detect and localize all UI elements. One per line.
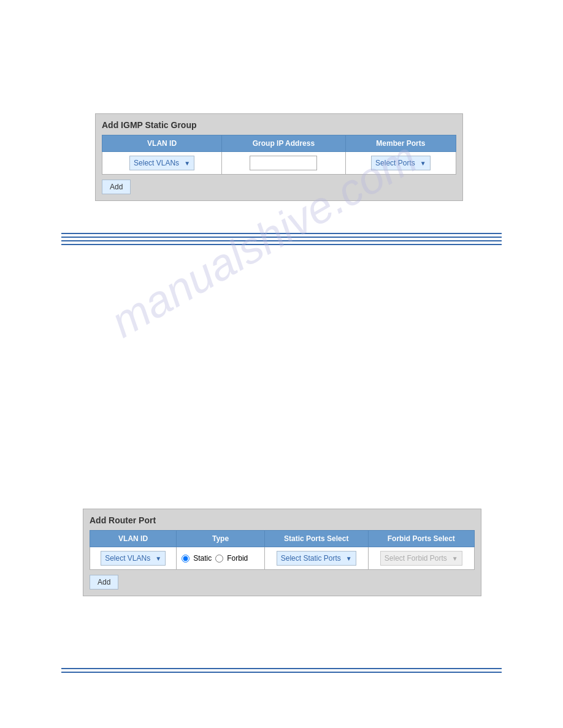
igmp-memberports-dropdown-arrow: ▼ [420, 160, 426, 167]
router-type-forbid-label: Forbid [227, 554, 248, 563]
router-forbidports-cell: Select Forbid Ports ▼ [368, 547, 474, 570]
igmp-memberports-cell: Select Ports ▼ [345, 152, 456, 175]
router-col-vlanid: VLAN ID [90, 531, 177, 547]
router-staticports-select-label: Select Static Ports [281, 554, 341, 563]
divider-line-6 [61, 672, 502, 673]
igmp-col-vlanid: VLAN ID [102, 135, 222, 152]
igmp-vlan-dropdown-arrow: ▼ [184, 160, 190, 167]
router-form-row: Select VLANs ▼ Static Forbid [90, 547, 475, 570]
router-col-forbidports: Forbid Ports Select [368, 531, 474, 547]
igmp-groupip-input[interactable] [250, 156, 317, 170]
router-vlan-cell: Select VLANs ▼ [90, 547, 177, 570]
router-form-table: VLAN ID Type Static Ports Select Forbid … [90, 530, 475, 570]
igmp-col-memberports: Member Ports [345, 135, 456, 152]
igmp-form-row: Select VLANs ▼ Select Ports ▼ [102, 152, 456, 175]
router-type-radio-group: Static Forbid [182, 554, 259, 563]
router-vlan-dropdown-arrow: ▼ [155, 555, 161, 562]
igmp-form-table: VLAN ID Group IP Address Member Ports Se… [102, 135, 456, 175]
igmp-col-groupip: Group IP Address [222, 135, 346, 152]
router-port-panel: Add Router Port VLAN ID Type Static Port… [83, 509, 481, 596]
router-forbidports-select-label: Select Forbid Ports [385, 554, 447, 563]
router-type-cell: Static Forbid [177, 547, 265, 570]
top-dividers [61, 233, 502, 245]
router-type-forbid-radio[interactable] [215, 555, 223, 563]
router-panel-title: Add Router Port [90, 515, 475, 525]
divider-line-4 [61, 244, 502, 245]
router-staticports-cell: Select Static Ports ▼ [264, 547, 368, 570]
bottom-dividers [61, 668, 502, 673]
igmp-add-button[interactable]: Add [102, 180, 131, 194]
router-type-static-radio[interactable] [182, 555, 190, 563]
router-col-staticports: Static Ports Select [264, 531, 368, 547]
igmp-vlan-select[interactable]: Select VLANs ▼ [129, 156, 194, 170]
igmp-groupip-cell [222, 152, 346, 175]
router-type-static-label: Static [193, 554, 212, 563]
router-vlan-select[interactable]: Select VLANs ▼ [101, 551, 166, 566]
router-staticports-dropdown-arrow: ▼ [346, 555, 352, 562]
igmp-memberports-select[interactable]: Select Ports ▼ [371, 156, 431, 170]
igmp-memberports-select-label: Select Ports [375, 159, 415, 167]
igmp-vlan-cell: Select VLANs ▼ [102, 152, 222, 175]
router-forbidports-select: Select Forbid Ports ▼ [380, 551, 462, 566]
igmp-panel-title: Add IGMP Static Group [102, 120, 456, 130]
router-add-button[interactable]: Add [90, 575, 118, 590]
router-col-type: Type [177, 531, 265, 547]
igmp-static-group-panel: Add IGMP Static Group VLAN ID Group IP A… [95, 113, 463, 201]
igmp-panel-container: Add IGMP Static Group VLAN ID Group IP A… [95, 113, 463, 201]
router-vlan-select-label: Select VLANs [105, 554, 150, 563]
router-staticports-select[interactable]: Select Static Ports ▼ [277, 551, 356, 566]
router-forbidports-dropdown-arrow: ▼ [452, 555, 458, 562]
igmp-vlan-select-label: Select VLANs [134, 159, 179, 167]
router-panel-container: Add Router Port VLAN ID Type Static Port… [83, 509, 481, 596]
